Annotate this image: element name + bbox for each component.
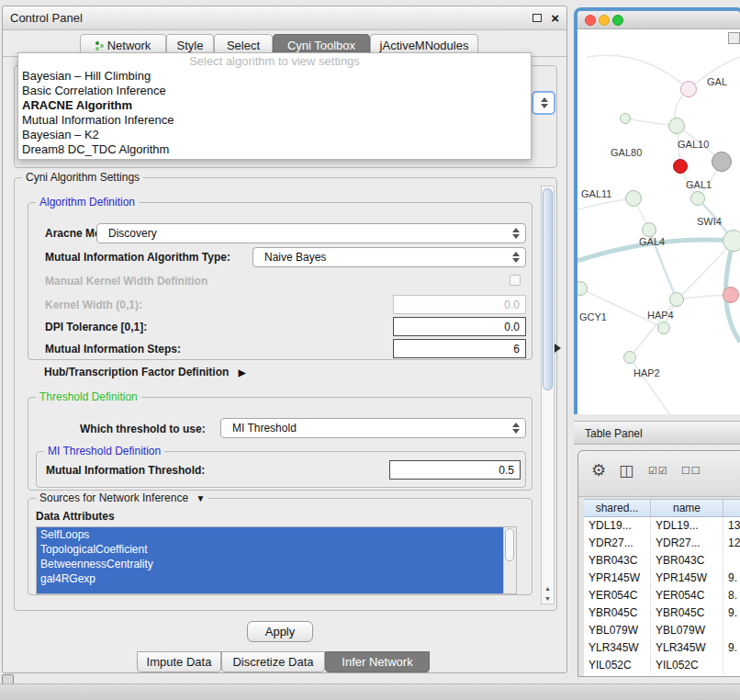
apply-button[interactable]: Apply — [247, 621, 313, 642]
scrollbar-arrows[interactable]: ▲ ▼ — [542, 583, 554, 604]
network-node[interactable] — [723, 230, 740, 252]
data-attributes-label: Data Attributes — [36, 510, 115, 523]
algorithm-option[interactable]: Mutual Information Inference — [18, 113, 531, 128]
table-row[interactable]: YER054C YER054C 8. — [584, 587, 740, 604]
network-node[interactable] — [625, 190, 642, 207]
network-tab-icon — [95, 41, 99, 45]
mi-algorithm-type-label: Mutual Information Algorithm Type: — [45, 251, 230, 264]
tab-infer-network[interactable]: Infer Network — [325, 651, 430, 672]
zoom-button[interactable] — [612, 15, 623, 26]
table-row[interactable]: YDL19... YDL19... 13 — [584, 517, 740, 535]
attribute-item-selected[interactable]: TopologicalCoefficient — [37, 542, 503, 557]
which-threshold-label: Which threshold to use: — [80, 423, 206, 435]
mi-steps-input[interactable] — [393, 339, 526, 358]
tab-discretize-data[interactable]: Discretize Data — [221, 651, 325, 672]
table-row[interactable]: YBR045C YBR045C 9. — [584, 604, 740, 622]
cell-name: YBL079W — [651, 622, 723, 639]
algorithm-option[interactable]: Dream8 DC_TDC Algorithm — [18, 142, 531, 157]
algorithm-option[interactable]: Bayesian – K2 — [18, 128, 531, 142]
network-node[interactable] — [680, 81, 697, 97]
cell-value: 9. — [723, 639, 740, 657]
settings-scrollbar[interactable]: ▲ ▼ — [541, 186, 555, 604]
table-row[interactable]: YBR043C YBR043C — [584, 552, 740, 570]
minimize-button[interactable] — [599, 15, 610, 26]
control-panel-window: Control Panel × Network Style Select Cyn… — [2, 6, 567, 673]
algorithm-option-selected[interactable]: ARACNE Algorithm — [18, 98, 531, 113]
attributes-list-scrollbar-thumb[interactable] — [505, 528, 514, 561]
mi-threshold-label: Mutual Information Threshold: — [46, 464, 205, 477]
network-node[interactable] — [723, 287, 739, 303]
network-canvas[interactable]: GAL GAL80 GAL10 GAL11 GAL1 SWI4 GAL4 GCY… — [577, 29, 740, 414]
sources-toggle[interactable]: Sources for Network Inference ▼ — [36, 491, 208, 505]
network-node[interactable] — [657, 322, 670, 334]
tab-impute-data[interactable]: Impute Data — [137, 651, 221, 672]
table-row[interactable]: YIL052C YIL052C — [584, 657, 740, 674]
attribute-item-selected[interactable]: SelfLoops — [37, 527, 503, 542]
table-toolbar: ⚙ ◫ ☑☑ ☐☐ — [578, 451, 740, 497]
mi-threshold-input[interactable] — [389, 460, 521, 480]
network-node[interactable] — [623, 351, 636, 364]
column-header-shared-name[interactable]: shared... — [584, 500, 651, 518]
attribute-item-selected[interactable]: gal4RGexp — [37, 571, 503, 586]
network-node[interactable] — [712, 152, 732, 172]
combo-arrows-icon — [510, 251, 521, 264]
table-window: ⚙ ◫ ☑☑ ☐☐ shared... name YDL19... YDL19.… — [577, 450, 740, 677]
algorithm-option[interactable]: Bayesian – Hill Climbing — [18, 69, 531, 84]
algorithm-option[interactable]: Basic Correlation Inference — [18, 84, 531, 98]
threshold-definition-group: Threshold Definition Which threshold to … — [28, 397, 533, 491]
close-panel-icon[interactable]: × — [551, 9, 559, 28]
hub-definition-toggle[interactable]: Hub/Transcription Factor Definition ▶ — [44, 366, 245, 379]
close-button[interactable] — [585, 15, 596, 26]
mi-threshold-group: MI Threshold Definition Mutual Informati… — [36, 451, 526, 488]
network-node[interactable] — [642, 222, 656, 237]
cell-shared-name: YER054C — [584, 587, 651, 604]
columns-icon[interactable]: ◫ — [619, 461, 633, 480]
node-label: GAL1 — [686, 179, 712, 190]
which-threshold-select[interactable]: MI Threshold — [220, 418, 526, 438]
manual-kernel-width-checkbox[interactable] — [510, 275, 521, 286]
gear-icon[interactable]: ⚙ — [591, 460, 606, 480]
node-label: SWI4 — [697, 216, 722, 227]
table-row[interactable]: YPR145W YPR145W 9. — [584, 570, 740, 587]
cell-shared-name: YBL079W — [584, 622, 651, 639]
network-node[interactable] — [620, 113, 631, 124]
cell-name: YER054C — [651, 587, 723, 604]
table-row[interactable]: YDR27... YDR27... 12 — [584, 535, 740, 552]
scroll-up-icon[interactable]: ▲ — [542, 583, 554, 593]
float-window-icon[interactable] — [533, 14, 542, 22]
scroll-down-icon[interactable]: ▼ — [542, 593, 554, 604]
network-node-selected[interactable] — [673, 159, 688, 174]
algorithm-select-fragment[interactable] — [532, 91, 555, 115]
collapsed-arrow-icon: ▶ — [239, 367, 246, 378]
mi-algorithm-type-select[interactable]: Naive Bayes — [252, 247, 526, 267]
expanded-arrow-icon: ▼ — [196, 493, 205, 503]
table-panel-bar: Table Panel — [574, 421, 740, 445]
mi-steps-label: Mutual Information Steps: — [45, 343, 181, 356]
column-header-cut[interactable] — [723, 500, 740, 518]
network-node[interactable] — [668, 118, 685, 134]
network-window-titlebar[interactable] — [577, 11, 740, 29]
network-node[interactable] — [669, 292, 684, 307]
manual-kernel-width-label: Manual Kernel Width Definition — [45, 275, 207, 288]
settings-scrollbar-thumb[interactable] — [543, 188, 553, 390]
kernel-width-input[interactable] — [393, 295, 526, 314]
dpi-tolerance-input[interactable] — [393, 317, 526, 336]
settings-group-title: Cyni Algorithm Settings — [22, 171, 143, 185]
select-all-rows-icon[interactable]: ☑☑ — [648, 465, 668, 477]
which-threshold-value: MI Threshold — [232, 422, 297, 435]
table-row[interactable]: YLR345W YLR345W 9. — [584, 639, 740, 657]
node-label: GAL10 — [678, 139, 709, 150]
hub-definition-label: Hub/Transcription Factor Definition — [44, 366, 229, 378]
attributes-list-scrollbar[interactable] — [503, 527, 516, 593]
canvas-corner-button[interactable] — [728, 32, 740, 44]
table-row[interactable]: YBL079W YBL079W — [584, 622, 740, 639]
aracne-mode-select[interactable]: Discovery — [96, 223, 526, 243]
panel-collapse-arrow[interactable] — [555, 344, 561, 353]
deselect-all-rows-icon[interactable]: ☐☐ — [681, 465, 701, 477]
attribute-item-partial[interactable] — [37, 586, 503, 594]
cell-shared-name: YIL052C — [584, 657, 651, 674]
column-header-name[interactable]: name — [651, 500, 723, 518]
data-attributes-list: SelfLoops TopologicalCoefficient Between… — [36, 526, 517, 594]
network-node[interactable] — [690, 191, 705, 206]
attribute-item-selected[interactable]: BetweennessCentrality — [37, 557, 503, 571]
